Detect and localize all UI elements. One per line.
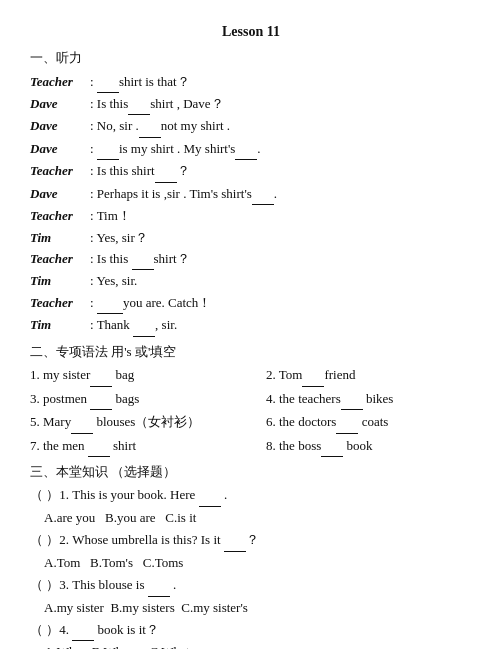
knowledge-items: （ ）1. This is your book. Here . A.are yo… xyxy=(30,484,472,649)
choice-4: （ ）4. book is it？ A.Who B.Whose C.What xyxy=(30,619,472,649)
grammar-col-4-2: 8. the boss book xyxy=(266,435,472,457)
grammar-col-1-1: 1. my sister bag xyxy=(30,364,236,386)
section-knowledge: 三、本堂知识 （选择题） （ ）1. This is your book. He… xyxy=(30,461,472,649)
choice-1-options: A.are you B.you are C.is it xyxy=(44,507,472,528)
speaker-12: Tim xyxy=(30,314,90,336)
grammar-col-4-1: 7. the men shirt xyxy=(30,435,236,457)
speaker-3: Dave xyxy=(30,115,90,137)
line-8: : Yes, sir？ xyxy=(90,227,472,248)
grammar-header: 二、专项语法 用's 或'填空 xyxy=(30,341,472,362)
dialogue-line-6: Dave : Perhaps it is ,sir . Tim's shirt'… xyxy=(30,183,472,205)
grammar-row-2: 3. postmen bags 4. the teachers bikes xyxy=(30,388,472,410)
speaker-10: Tim xyxy=(30,270,90,291)
grammar-col-2-1: 3. postmen bags xyxy=(30,388,236,410)
line-9: : Is this shirt？ xyxy=(90,248,472,270)
speaker-8: Tim xyxy=(30,227,90,248)
speaker-2: Dave xyxy=(30,93,90,115)
choice-2-question: （ ）2. Whose umbrella is this? Is it ？ xyxy=(30,529,472,551)
grammar-col-2-2: 4. the teachers bikes xyxy=(266,388,472,410)
line-1: : shirt is that？ xyxy=(90,71,472,93)
dialogue-line-12: Tim : Thank , sir. xyxy=(30,314,472,336)
grammar-col-3-2: 6. the doctors coats xyxy=(266,411,472,433)
line-10: : Yes, sir. xyxy=(90,270,472,291)
dialogue-block: Teacher : shirt is that？ Dave : Is this … xyxy=(30,71,472,337)
grammar-col-1-2: 2. Tom friend xyxy=(266,364,472,386)
dialogue-line-9: Teacher : Is this shirt？ xyxy=(30,248,472,270)
line-5: : Is this shirt ？ xyxy=(90,160,472,182)
line-7: : Tim！ xyxy=(90,205,472,226)
grammar-row-4: 7. the men shirt 8. the boss book xyxy=(30,435,472,457)
choice-4-question: （ ）4. book is it？ xyxy=(30,619,472,641)
speaker-5: Teacher xyxy=(30,160,90,182)
line-4: : is my shirt . My shirt's . xyxy=(90,138,472,160)
speaker-6: Dave xyxy=(30,183,90,205)
speaker-1: Teacher xyxy=(30,71,90,93)
line-2: : Is this shirt , Dave？ xyxy=(90,93,472,115)
choice-3: （ ）3. This blouse is . A.my sister B.my … xyxy=(30,574,472,618)
grammar-row-3: 5. Mary blouses（女衬衫） 6. the doctors coat… xyxy=(30,411,472,433)
section-grammar: 二、专项语法 用's 或'填空 1. my sister bag 2. Tom … xyxy=(30,341,472,457)
speaker-9: Teacher xyxy=(30,248,90,270)
grammar-row-1: 1. my sister bag 2. Tom friend xyxy=(30,364,472,386)
line-11: : you are. Catch！ xyxy=(90,292,472,314)
listening-header: 一、听力 xyxy=(30,47,472,68)
line-3: : No, sir . not my shirt . xyxy=(90,115,472,137)
dialogue-line-8: Tim : Yes, sir？ xyxy=(30,227,472,248)
dialogue-line-7: Teacher : Tim！ xyxy=(30,205,472,226)
choice-1: （ ）1. This is your book. Here . A.are yo… xyxy=(30,484,472,528)
choice-1-question: （ ）1. This is your book. Here . xyxy=(30,484,472,506)
speaker-7: Teacher xyxy=(30,205,90,226)
speaker-11: Teacher xyxy=(30,292,90,314)
speaker-4: Dave xyxy=(30,138,90,160)
dialogue-line-2: Dave : Is this shirt , Dave？ xyxy=(30,93,472,115)
section-listening: 一、听力 Teacher : shirt is that？ Dave : Is … xyxy=(30,47,472,337)
dialogue-line-3: Dave : No, sir . not my shirt . xyxy=(30,115,472,137)
dialogue-line-11: Teacher : you are. Catch！ xyxy=(30,292,472,314)
choice-2-options: A.Tom B.Tom's C.Toms xyxy=(44,552,472,573)
line-6: : Perhaps it is ,sir . Tim's shirt's . xyxy=(90,183,472,205)
dialogue-line-4: Dave : is my shirt . My shirt's . xyxy=(30,138,472,160)
choice-3-question: （ ）3. This blouse is . xyxy=(30,574,472,596)
choice-3-options: A.my sister B.my sisters C.my sister's xyxy=(44,597,472,618)
dialogue-line-5: Teacher : Is this shirt ？ xyxy=(30,160,472,182)
choice-4-options: A.Who B.Whose C.What xyxy=(44,641,472,649)
line-12: : Thank , sir. xyxy=(90,314,472,336)
knowledge-header: 三、本堂知识 （选择题） xyxy=(30,461,472,482)
grammar-col-3-1: 5. Mary blouses（女衬衫） xyxy=(30,411,236,433)
page-title: Lesson 11 xyxy=(30,20,472,43)
dialogue-line-10: Tim : Yes, sir. xyxy=(30,270,472,291)
grammar-items: 1. my sister bag 2. Tom friend 3. postme… xyxy=(30,364,472,457)
choice-2: （ ）2. Whose umbrella is this? Is it ？ A.… xyxy=(30,529,472,573)
dialogue-line-1: Teacher : shirt is that？ xyxy=(30,71,472,93)
